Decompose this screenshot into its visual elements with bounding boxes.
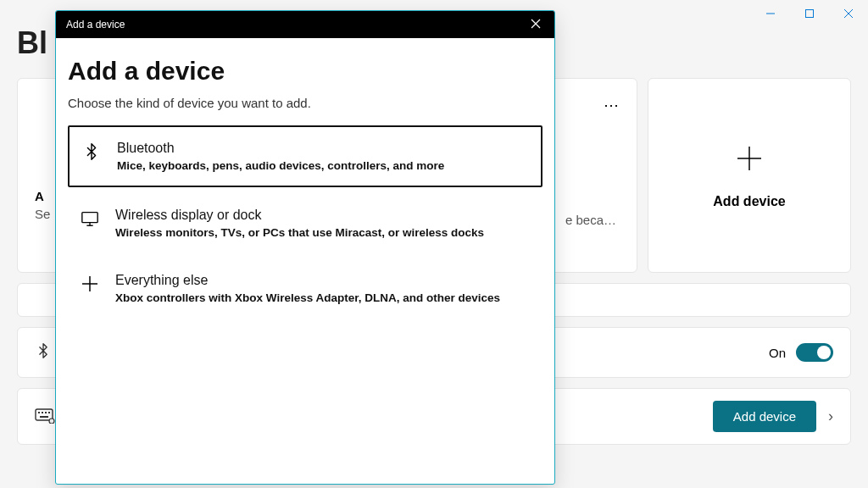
- truncated-text: e beca…: [565, 213, 616, 227]
- option-everything-else[interactable]: Everything else Xbox controllers with Xb…: [68, 259, 542, 318]
- add-device-modal: Add a device Add a device Choose the kin…: [55, 10, 555, 485]
- svg-rect-8: [42, 412, 43, 413]
- add-device-button[interactable]: Add device: [713, 401, 816, 432]
- option-bluetooth[interactable]: Bluetooth Mice, keyboards, pens, audio d…: [68, 125, 542, 187]
- svg-rect-11: [40, 416, 48, 418]
- svg-rect-10: [48, 412, 50, 413]
- svg-rect-15: [82, 213, 97, 223]
- svg-rect-9: [45, 412, 47, 413]
- modal-subtitle: Choose the kind of device you want to ad…: [68, 96, 542, 110]
- plus-icon: [732, 141, 766, 180]
- window-controls: [751, 0, 868, 27]
- svg-rect-7: [38, 412, 40, 413]
- maximize-button[interactable]: [790, 0, 829, 27]
- minimize-button[interactable]: [751, 0, 790, 27]
- bluetooth-icon: [81, 141, 102, 161]
- option-desc: Mice, keyboards, pens, audio devices, co…: [117, 159, 444, 172]
- chevron-right-icon[interactable]: ›: [828, 408, 833, 425]
- monitor-icon: [80, 208, 100, 228]
- close-window-button[interactable]: [829, 0, 868, 27]
- option-title: Wireless display or dock: [115, 208, 484, 223]
- modal-title: Add a device: [66, 19, 125, 30]
- option-desc: Wireless monitors, TVs, or PCs that use …: [115, 226, 484, 239]
- close-icon[interactable]: [527, 18, 544, 31]
- bluetooth-toggle[interactable]: [796, 343, 833, 362]
- bluetooth-icon: [35, 342, 52, 363]
- plus-icon: [80, 273, 100, 293]
- svg-point-12: [49, 419, 54, 424]
- option-desc: Xbox controllers with Xbox Wireless Adap…: [115, 291, 500, 304]
- toggle-state-label: On: [769, 346, 786, 360]
- keyboard-icon: [35, 407, 55, 427]
- modal-heading: Add a device: [68, 57, 542, 86]
- option-wireless-display[interactable]: Wireless display or dock Wireless monito…: [68, 194, 542, 252]
- add-device-card[interactable]: Add device: [648, 78, 851, 273]
- add-device-card-label: Add device: [713, 194, 785, 209]
- modal-titlebar: Add a device: [56, 11, 554, 38]
- option-title: Bluetooth: [117, 141, 444, 156]
- svg-rect-1: [806, 10, 814, 18]
- more-icon[interactable]: ⋯: [604, 96, 620, 114]
- option-title: Everything else: [115, 273, 500, 288]
